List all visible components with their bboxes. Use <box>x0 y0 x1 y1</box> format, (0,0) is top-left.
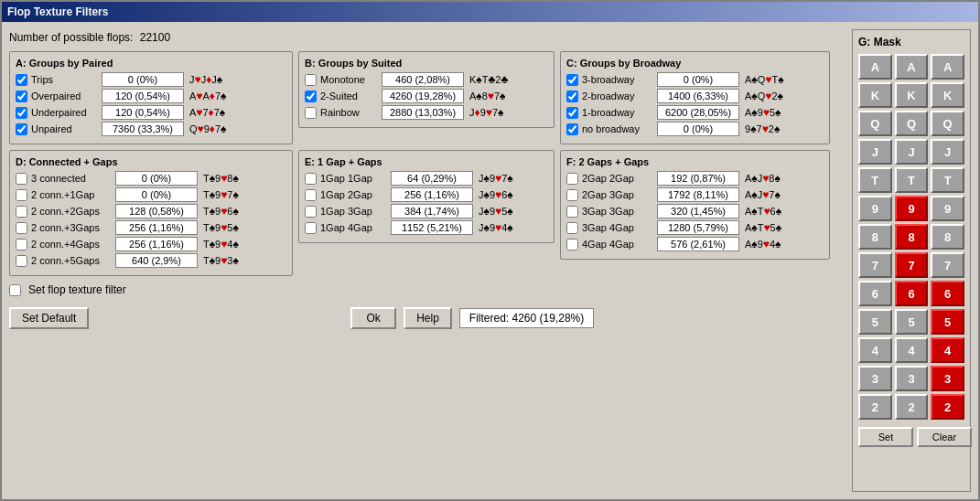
group-f-check-2[interactable] <box>566 206 578 218</box>
group-a-check-1[interactable] <box>16 91 27 102</box>
main-window: Flop Texture Filters Number of possible … <box>0 0 980 501</box>
group-f-label-3: 3Gap 4Gap <box>582 222 655 233</box>
mask-cell-4-1[interactable]: 4 <box>895 337 929 363</box>
mask-cell-2-1[interactable]: 2 <box>895 394 929 420</box>
mask-cell-k-0[interactable]: K <box>858 82 892 108</box>
mask-cell-4-2[interactable]: 4 <box>931 337 964 363</box>
mask-cell-a-2[interactable]: A <box>931 54 964 80</box>
mask-cell-8-2[interactable]: 8 <box>931 224 964 250</box>
group-f-row-0: 2Gap 2Gap 192 (0,87%) A♠J♥8♠ <box>566 171 824 186</box>
mask-cell-9-2[interactable]: 9 <box>931 196 964 221</box>
group-c-check-1[interactable] <box>566 91 578 102</box>
group-d-cards-1: T♠9♥7♠ <box>203 188 267 201</box>
group-f-row-1: 2Gap 3Gap 1792 (8,11%) A♠J♥7♠ <box>566 187 824 202</box>
group-e-check-1[interactable] <box>305 189 317 201</box>
group-c-check-3[interactable] <box>566 123 578 135</box>
group-d-check-5[interactable] <box>16 255 27 267</box>
group-d-title: D: Connected + Gaps <box>16 156 286 167</box>
group-f-check-0[interactable] <box>566 173 578 185</box>
mask-cell-q-1[interactable]: Q <box>895 111 929 136</box>
mask-cell-3-0[interactable]: 3 <box>858 366 892 391</box>
mask-cell-8-1[interactable]: 8 <box>895 224 929 250</box>
mask-cell-2-0[interactable]: 2 <box>858 394 892 420</box>
mask-cell-j-1[interactable]: J <box>895 139 929 165</box>
group-e-row-3: 1Gap 4Gap 1152 (5,21%) J♠9♥4♠ <box>305 220 548 235</box>
mask-cell-t-2[interactable]: T <box>931 167 964 193</box>
bottom-row: Set Default Ok Help Filtered: 4260 (19,2… <box>9 304 846 333</box>
mask-cell-j-2[interactable]: J <box>931 139 964 165</box>
group-d-check-0[interactable] <box>16 173 27 185</box>
group-e-title: E: 1 Gap + Gaps <box>305 156 548 167</box>
set-filter-checkbox[interactable] <box>9 284 21 296</box>
mask-cell-a-1[interactable]: A <box>895 54 929 80</box>
group-c-cards-1: A♠Q♥2♠ <box>745 90 809 102</box>
group-f-value-1: 1792 (8,11%) <box>657 187 739 202</box>
group-e-check-3[interactable] <box>305 222 317 234</box>
group-b-title: B: Groups by Suited <box>305 58 548 69</box>
mask-cell-t-1[interactable]: T <box>895 167 929 193</box>
group-f-label-4: 4Gap 4Gap <box>582 239 655 250</box>
group-d-check-2[interactable] <box>16 206 27 218</box>
mask-cell-8-0[interactable]: 8 <box>858 224 892 250</box>
group-d-check-1[interactable] <box>16 189 27 201</box>
group-a-cards-3: Q♥9♦7♠ <box>189 123 253 135</box>
mask-cell-6-0[interactable]: 6 <box>858 281 892 306</box>
group-c-row-2: 1-broadway 6200 (28,05%) A♠9♥5♠ <box>566 105 824 120</box>
mask-cell-6-2[interactable]: 6 <box>931 281 964 306</box>
mask-panel: G: Mask A A A K K K Q Q Q J J J T T <box>852 29 971 492</box>
group-f-check-1[interactable] <box>566 189 578 201</box>
mask-cell-3-2[interactable]: 3 <box>931 366 964 391</box>
mask-cell-t-0[interactable]: T <box>858 167 892 193</box>
group-f-value-4: 576 (2,61%) <box>657 237 739 251</box>
set-default-button[interactable]: Set Default <box>9 307 89 329</box>
group-a-check-2[interactable] <box>16 107 27 119</box>
mask-cell-9-0[interactable]: 9 <box>858 196 892 221</box>
group-a-label-2: Underpaired <box>31 107 100 118</box>
group-a-check-0[interactable] <box>16 74 27 86</box>
group-f-cards-2: A♠T♥6♠ <box>745 205 809 218</box>
mask-cell-5-0[interactable]: 5 <box>858 309 892 335</box>
group-c-value-1: 1400 (6,33%) <box>657 89 739 103</box>
mask-clear-button[interactable]: Clear <box>917 427 972 447</box>
mask-cell-k-1[interactable]: K <box>895 82 929 108</box>
group-f-label-1: 2Gap 3Gap <box>582 189 655 200</box>
group-e-row-1: 1Gap 2Gap 256 (1,16%) J♠9♥6♠ <box>305 187 548 202</box>
group-d-row-3: 2 conn.+3Gaps 256 (1,16%) T♠9♥5♠ <box>16 220 286 235</box>
mask-cell-4-0[interactable]: 4 <box>858 337 892 363</box>
mask-cell-3-1[interactable]: 3 <box>895 366 929 391</box>
group-b-check-2[interactable] <box>305 107 317 119</box>
help-button[interactable]: Help <box>404 307 452 329</box>
group-b-check-1[interactable] <box>305 91 317 102</box>
mask-cell-5-2[interactable]: 5 <box>931 309 964 335</box>
mask-cell-5-1[interactable]: 5 <box>895 309 929 335</box>
group-b-label-0: Monotone <box>320 74 380 85</box>
group-b-check-0[interactable] <box>305 74 317 86</box>
mask-cell-2-2[interactable]: 2 <box>931 394 964 420</box>
group-d-check-4[interactable] <box>16 239 27 250</box>
mask-cell-9-1[interactable]: 9 <box>895 196 929 221</box>
group-c-check-0[interactable] <box>566 74 578 86</box>
group-a-check-3[interactable] <box>16 123 27 135</box>
mask-cell-7-1[interactable]: 7 <box>895 252 929 278</box>
mask-cell-k-2[interactable]: K <box>931 82 964 108</box>
mask-cell-q-2[interactable]: Q <box>931 111 964 136</box>
group-f-check-3[interactable] <box>566 222 578 234</box>
ok-button[interactable]: Ok <box>350 307 396 329</box>
group-f-row-3: 3Gap 4Gap 1280 (5,79%) A♠T♥5♠ <box>566 220 824 235</box>
group-f-value-3: 1280 (5,79%) <box>657 220 739 235</box>
mask-cell-q-0[interactable]: Q <box>858 111 892 136</box>
mask-cell-7-2[interactable]: 7 <box>931 252 964 278</box>
mask-cell-7-0[interactable]: 7 <box>858 252 892 278</box>
group-d-label-2: 2 conn.+2Gaps <box>31 206 113 217</box>
mask-cell-a-0[interactable]: A <box>858 54 892 80</box>
group-d-cards-3: T♠9♥5♠ <box>203 221 267 234</box>
mask-cell-6-1[interactable]: 6 <box>895 281 929 306</box>
group-e-check-0[interactable] <box>305 173 317 185</box>
group-d-check-3[interactable] <box>16 222 27 234</box>
group-c-check-2[interactable] <box>566 107 578 119</box>
group-f-check-4[interactable] <box>566 239 578 250</box>
group-e-check-2[interactable] <box>305 206 317 218</box>
group-e: E: 1 Gap + Gaps 1Gap 1Gap 64 (0,29%) J♠9… <box>298 150 555 243</box>
mask-set-button[interactable]: Set <box>858 427 913 447</box>
mask-cell-j-0[interactable]: J <box>858 139 892 165</box>
